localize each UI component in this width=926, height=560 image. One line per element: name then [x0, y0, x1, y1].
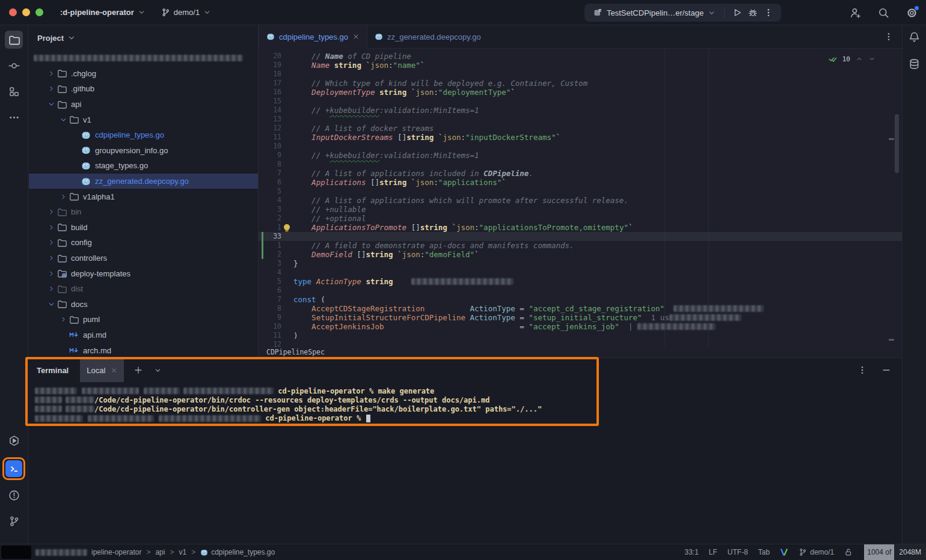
- tool-run-button[interactable]: [5, 431, 23, 449]
- database-icon[interactable]: [909, 58, 920, 70]
- next-problem-icon[interactable]: [868, 55, 875, 62]
- line-number: 1: [259, 241, 281, 250]
- tool-project-button[interactable]: [5, 31, 23, 49]
- search-icon[interactable]: [878, 7, 889, 19]
- notifications-bell-icon[interactable]: [909, 31, 920, 43]
- tree-item-groupversion_info.go[interactable]: groupversion_info.go: [29, 143, 258, 159]
- encoding-widget[interactable]: UTF-8: [728, 548, 748, 556]
- tab-zz-generated-deepcopy[interactable]: zz_generated.deepcopy.go: [367, 25, 488, 48]
- git-branch-icon: [799, 548, 807, 556]
- more-vertical-icon[interactable]: [857, 365, 867, 375]
- project-selector[interactable]: :d-pipeline-operator: [60, 8, 146, 17]
- tool-terminal-button[interactable]: [5, 460, 22, 477]
- close-icon[interactable]: [111, 367, 117, 374]
- editor-area: cdpipeline_types.go zz_generated.deepcop…: [259, 25, 902, 358]
- line-separator-widget[interactable]: LF: [709, 548, 717, 556]
- redacted-text: [35, 415, 83, 422]
- tree-item-.chglog[interactable]: .chglog: [29, 66, 258, 82]
- add-user-icon[interactable]: [850, 7, 861, 19]
- code-line: 20 // Name of CD pipeline: [259, 52, 902, 61]
- settings-button[interactable]: [906, 7, 918, 19]
- intention-bulb-icon[interactable]: [284, 224, 290, 230]
- debug-button[interactable]: [745, 5, 761, 20]
- window-close-button[interactable]: [9, 8, 17, 16]
- sticky-line[interactable]: CDPipelineSpec: [259, 347, 902, 358]
- redacted-text: [411, 278, 514, 285]
- inspections-widget[interactable]: 10: [829, 55, 875, 63]
- tree-item-config[interactable]: config: [29, 235, 258, 251]
- tab-cdpipeline-types[interactable]: cdpipeline_types.go: [259, 25, 367, 49]
- tool-structure-button[interactable]: [5, 82, 23, 100]
- redacted-text: [35, 549, 87, 556]
- tree-item-stage_types.go[interactable]: stage_types.go: [29, 158, 258, 174]
- tool-more-button[interactable]: [5, 108, 23, 126]
- line-number: 20: [259, 52, 281, 61]
- indent-widget[interactable]: Tab: [758, 548, 770, 556]
- project-name: :d-pipeline-operator: [60, 8, 134, 17]
- close-icon[interactable]: [352, 33, 360, 40]
- run-more-button[interactable]: [761, 5, 776, 20]
- tree-item-cdpipeline_types.go[interactable]: cdpipeline_types.go: [29, 127, 258, 143]
- new-terminal-icon[interactable]: [133, 365, 143, 375]
- tree-item-deploy-templates[interactable]: deploy-templates: [29, 266, 258, 281]
- unlock-icon[interactable]: [844, 548, 853, 556]
- breadcrumb-file[interactable]: cdpipeline_types.go: [200, 548, 275, 556]
- run-configuration-selector[interactable]: TestSetCDPipelin…er/stage: [589, 8, 719, 17]
- tree-item-arch.md[interactable]: arch.md: [29, 342, 258, 358]
- tree-item-api[interactable]: api: [29, 97, 258, 112]
- terminal-tab-local[interactable]: Local: [80, 358, 124, 382]
- terminal-title: Terminal: [29, 366, 80, 375]
- breadcrumb-item[interactable]: v1: [179, 548, 186, 556]
- terminal-output[interactable]: cd-pipeline-operator % make generate/Cod…: [29, 382, 902, 423]
- breadcrumb-item[interactable]: ipeline-operator: [91, 548, 141, 556]
- prev-problem-icon[interactable]: [856, 55, 863, 62]
- memory-indicator[interactable]: 1004 of 2048M: [864, 544, 926, 560]
- branch-selector[interactable]: demo/1: [161, 8, 211, 17]
- caret-position-widget[interactable]: 33:1: [684, 548, 698, 556]
- tool-git-button[interactable]: [5, 512, 23, 530]
- tree-item-controllers[interactable]: controllers: [29, 251, 258, 266]
- code-line: 12: [259, 340, 902, 347]
- run-widget: TestSetCDPipelin…er/stage: [584, 4, 781, 22]
- tree-item-label: groupversion_info.go: [95, 146, 168, 155]
- tree-item-label: docs: [71, 300, 87, 309]
- memory-used: 1004 of: [864, 544, 894, 560]
- project-panel-header[interactable]: Project: [29, 25, 258, 50]
- editor-scrollbar[interactable]: [895, 114, 899, 173]
- formatter-v-icon[interactable]: [780, 548, 788, 556]
- folder-icon: [57, 68, 67, 78]
- project-tree: .chglog.githubapiv1cdpipeline_types.gogr…: [29, 50, 258, 358]
- code-line: 11): [259, 331, 902, 340]
- titlebar-actions: [850, 0, 918, 25]
- code-editor[interactable]: 20 // Name of CD pipeline19 Name string …: [259, 49, 902, 347]
- line-number: 5: [259, 187, 281, 196]
- tree-item-zz_generated.deepcopy.go[interactable]: zz_generated.deepcopy.go: [29, 174, 258, 189]
- tree-item-dist[interactable]: dist: [29, 281, 258, 297]
- tab-options-button[interactable]: [884, 25, 894, 48]
- run-button[interactable]: [729, 5, 745, 20]
- tool-commit-button[interactable]: [5, 56, 23, 75]
- status-bar: ipeline-operator > api > v1 > cdpipeline…: [0, 544, 926, 560]
- tree-item-v1alpha1[interactable]: v1alpha1: [29, 189, 258, 204]
- chevron-right-icon: [48, 270, 55, 278]
- tree-item-puml[interactable]: puml: [29, 312, 258, 327]
- tree-item-build[interactable]: build: [29, 220, 258, 236]
- window-zoom-button[interactable]: [35, 8, 43, 16]
- folder-icon: [57, 254, 67, 263]
- minimize-icon[interactable]: [882, 365, 891, 375]
- tree-item-bin[interactable]: bin: [29, 204, 258, 220]
- chevron-down-icon[interactable]: [154, 367, 162, 374]
- tool-problems-button[interactable]: [5, 486, 23, 504]
- window-minimize-button[interactable]: [22, 8, 30, 16]
- breadcrumb-item[interactable]: api: [155, 548, 165, 556]
- tree-item-docs[interactable]: docs: [29, 297, 258, 312]
- tree-item-v1[interactable]: v1: [29, 112, 258, 127]
- chevron-right-icon: [48, 70, 55, 78]
- code-line: 6 Applications []string `json:"applicati…: [259, 178, 902, 187]
- tree-item-redacted[interactable]: [29, 50, 258, 66]
- code-line: 5type ActionType string: [259, 277, 902, 286]
- statusbar-branch-widget[interactable]: demo/1: [799, 548, 834, 556]
- line-number: 4: [259, 268, 281, 277]
- tree-item-api.md[interactable]: api.md: [29, 327, 258, 343]
- tree-item-.github[interactable]: .github: [29, 81, 258, 97]
